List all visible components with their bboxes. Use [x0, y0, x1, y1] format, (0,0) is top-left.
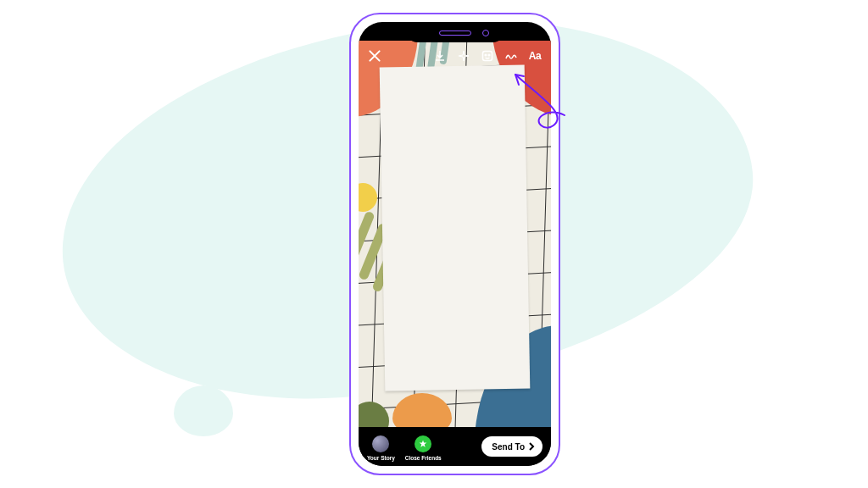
- svg-rect-14: [483, 52, 492, 61]
- scribble-icon: [504, 49, 518, 63]
- svg-point-15: [485, 54, 487, 56]
- story-editor-canvas[interactable]: Aa: [359, 41, 551, 427]
- sparkle-icon: [457, 49, 470, 63]
- phone-notch: [404, 22, 506, 42]
- close-friends-icon: [415, 435, 431, 452]
- story-tools-group: Aa: [432, 48, 542, 64]
- your-story-button[interactable]: Your Story: [367, 435, 395, 461]
- close-button[interactable]: [367, 48, 382, 64]
- download-icon: [433, 49, 447, 63]
- sticker-button[interactable]: [480, 48, 495, 64]
- share-targets: Your Story Close Friends: [367, 432, 442, 461]
- text-icon: Aa: [529, 50, 541, 62]
- phone-screen: Aa Your Story Close Friends: [359, 22, 551, 466]
- chevron-right-icon: [527, 442, 536, 451]
- your-story-label: Your Story: [367, 455, 395, 461]
- send-to-label: Send To: [492, 442, 525, 452]
- close-friends-button[interactable]: Close Friends: [405, 435, 442, 461]
- close-friends-label: Close Friends: [405, 455, 442, 461]
- send-to-button[interactable]: Send To: [481, 436, 542, 457]
- story-top-toolbar: Aa: [359, 44, 551, 68]
- svg-point-16: [488, 54, 490, 56]
- close-icon: [367, 48, 382, 64]
- pasted-paper-overlay[interactable]: [380, 65, 531, 391]
- sticker-icon: [481, 49, 494, 63]
- avatar-icon: [372, 435, 389, 452]
- phone-speaker: [439, 30, 471, 36]
- draw-button[interactable]: [504, 48, 519, 64]
- story-bottom-bar: Your Story Close Friends Send To: [359, 427, 551, 466]
- download-button[interactable]: [432, 48, 448, 64]
- effects-button[interactable]: [456, 48, 471, 64]
- phone-camera: [482, 30, 489, 36]
- text-button[interactable]: Aa: [527, 48, 542, 64]
- illustration-stage: Aa Your Story Close Friends: [0, 0, 868, 488]
- phone-frame: Aa Your Story Close Friends: [349, 13, 560, 475]
- background-blob-small: [174, 385, 233, 436]
